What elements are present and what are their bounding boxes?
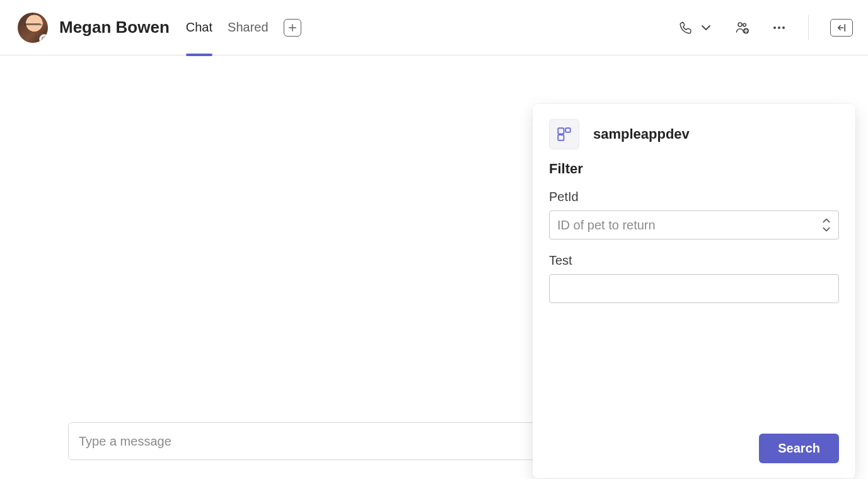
contact-avatar[interactable] bbox=[18, 13, 48, 43]
field-label-petid: PetId bbox=[549, 190, 839, 204]
popout-icon bbox=[835, 23, 848, 32]
flyout-header: sampleappdev bbox=[549, 119, 839, 149]
chevron-down-icon bbox=[698, 20, 714, 35]
header-tabs: Chat Shared bbox=[186, 0, 301, 55]
test-input[interactable] bbox=[549, 274, 839, 303]
add-people-button[interactable] bbox=[735, 20, 750, 35]
svg-point-2 bbox=[738, 23, 742, 26]
chat-header: Megan Bowen Chat Shared bbox=[0, 0, 868, 55]
svg-rect-12 bbox=[558, 128, 564, 134]
open-in-new-window-button[interactable] bbox=[830, 19, 853, 37]
tab-label: Chat bbox=[186, 20, 212, 35]
svg-point-6 bbox=[778, 26, 780, 29]
flyout-footer: Search bbox=[549, 434, 839, 463]
more-horizontal-icon bbox=[772, 20, 787, 35]
petid-input[interactable] bbox=[549, 211, 839, 240]
svg-point-5 bbox=[773, 26, 776, 29]
tab-shared[interactable]: Shared bbox=[228, 0, 269, 55]
flyout-section-title: Filter bbox=[549, 161, 839, 177]
presence-badge-offline bbox=[39, 34, 48, 43]
tab-label: Shared bbox=[228, 20, 269, 35]
chat-area: sampleappdev Filter PetId Test Search bbox=[0, 55, 868, 479]
call-button[interactable] bbox=[678, 20, 714, 35]
people-add-icon bbox=[735, 20, 750, 35]
presence-offline-icon bbox=[41, 36, 47, 42]
plus-icon bbox=[288, 23, 297, 32]
app-name: sampleappdev bbox=[593, 126, 690, 142]
chevron-down-icon bbox=[822, 225, 831, 234]
app-glyph-icon bbox=[556, 126, 572, 142]
stepper-down[interactable] bbox=[818, 225, 835, 234]
contact-name: Megan Bowen bbox=[59, 18, 170, 37]
petid-input-wrap bbox=[549, 211, 839, 240]
svg-rect-13 bbox=[558, 135, 564, 141]
more-options-button[interactable] bbox=[772, 20, 787, 35]
tab-chat[interactable]: Chat bbox=[186, 0, 212, 55]
svg-point-0 bbox=[42, 37, 47, 41]
test-input-wrap bbox=[549, 274, 839, 303]
svg-point-7 bbox=[782, 26, 785, 29]
svg-rect-14 bbox=[565, 128, 570, 132]
add-tab-button[interactable] bbox=[284, 19, 301, 37]
number-stepper bbox=[818, 211, 835, 240]
search-button[interactable]: Search bbox=[759, 434, 839, 463]
phone-icon bbox=[678, 20, 693, 35]
chevron-up-icon bbox=[822, 216, 831, 225]
header-actions bbox=[678, 15, 853, 40]
svg-line-1 bbox=[43, 37, 45, 40]
svg-point-3 bbox=[743, 23, 746, 26]
stepper-up[interactable] bbox=[818, 216, 835, 225]
app-icon bbox=[549, 119, 579, 149]
messaging-extension-flyout: sampleappdev Filter PetId Test Search bbox=[533, 104, 855, 478]
field-label-test: Test bbox=[549, 253, 839, 268]
header-divider bbox=[808, 15, 809, 40]
